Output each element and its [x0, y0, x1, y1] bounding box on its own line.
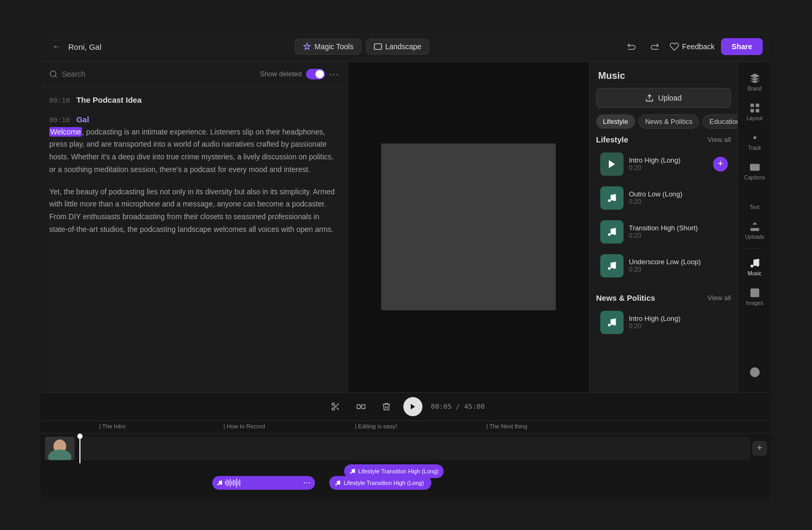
tab-news-politics[interactable]: News & Politics [638, 114, 700, 129]
music-info-3: Transition High (Short) 0:20 [629, 224, 727, 239]
music-info-news-1: Intro High (Long) 0:20 [629, 315, 727, 330]
svg-point-1 [50, 71, 56, 77]
play-pause-button[interactable] [403, 397, 422, 416]
music-item-4[interactable]: Underscore Low (Loop) 0:20 [596, 251, 731, 281]
split-tool-button[interactable] [353, 398, 369, 415]
sidebar-item-text[interactable]: Text [741, 187, 769, 214]
music-note-icon-3 [607, 227, 617, 237]
landscape-button[interactable]: Landscape [366, 39, 430, 55]
tab-education[interactable]: Education [702, 114, 737, 129]
upload-label: Upload [658, 94, 681, 102]
add-music-button-1[interactable]: + [713, 157, 728, 172]
thumbnail-svg [45, 437, 75, 460]
music-note-small-icon [349, 468, 356, 474]
timestamp-1: 00:10 [49, 96, 70, 104]
text-label: Text [750, 204, 759, 210]
playback-bar: 00:05 / 45:00 [41, 393, 771, 421]
feedback-label: Feedback [682, 42, 715, 51]
music-item-news-1[interactable]: Intro High (Long) 0:20 [596, 308, 731, 337]
music-duration-3: 0:20 [629, 232, 727, 239]
music-overlay-row: Lifestyle Transition High (Long) [41, 463, 771, 491]
svg-point-19 [608, 267, 611, 270]
video-content [381, 143, 556, 310]
captions-icon [749, 161, 761, 173]
music-track-overlay-2[interactable]: Lifestyle Transition High (Long) [329, 476, 431, 490]
cut-tool-button[interactable] [327, 398, 344, 415]
svg-point-30 [750, 264, 753, 267]
sidebar-item-help[interactable] [741, 358, 769, 386]
sidebar-item-layout[interactable]: Layout [741, 98, 769, 125]
redo-button[interactable] [646, 38, 663, 55]
tab-lifestyle[interactable]: Lifestyle [596, 114, 635, 129]
music-track-waveform[interactable]: ⋯ [212, 476, 314, 490]
sidebar-item-music[interactable]: Music [741, 253, 769, 281]
music-thumb-1 [600, 152, 624, 176]
main-track-row: // Generate waveform bars via SVG rects [41, 434, 771, 463]
delete-tool-button[interactable] [378, 398, 395, 415]
news-view-all[interactable]: View all [707, 294, 731, 302]
sidebar-item-brand[interactable]: Brand [741, 68, 769, 96]
svg-rect-48 [81, 437, 750, 460]
svg-rect-24 [755, 103, 759, 106]
sidebar-item-uploads[interactable]: Uploads [741, 217, 769, 244]
svg-point-51 [218, 483, 219, 485]
feedback-button[interactable]: Feedback [670, 42, 715, 51]
music-info-2: Outro Low (Long) 0:20 [629, 190, 727, 205]
lifestyle-view-all[interactable]: View all [707, 136, 731, 143]
timeline-area: | The Intro | How to Record | Editing is… [41, 421, 771, 498]
search-input[interactable] [62, 70, 256, 78]
music-panel-title: Music [590, 62, 737, 88]
music-name-3: Transition High (Short) [629, 224, 727, 232]
news-title: News & Politics [596, 293, 655, 302]
timestamp-2: 00:10 [49, 116, 70, 124]
svg-rect-25 [755, 109, 759, 112]
svg-rect-28 [750, 164, 759, 170]
svg-point-22 [613, 322, 616, 325]
upload-icon [645, 94, 654, 102]
playhead [79, 434, 80, 463]
more-options-button[interactable]: ⋯ [329, 68, 339, 80]
svg-rect-42 [362, 405, 365, 409]
layout-label: Layout [746, 115, 762, 121]
music-thumb-news-1 [600, 311, 624, 334]
sidebar-item-captions[interactable]: Captions [741, 157, 769, 185]
playhead-marker [77, 434, 83, 439]
music-name-news-1: Intro High (Long) [629, 315, 727, 322]
music-thumb-4 [600, 254, 624, 277]
uploads-icon [749, 221, 761, 232]
transcript-text-2: Yet, the beauty of podcasting lies not o… [49, 186, 339, 236]
icon-divider [746, 248, 763, 249]
highlighted-word: Welcome [49, 127, 82, 137]
speaker-name: Gal [76, 115, 89, 124]
speaker-row: 00:10 Gal [49, 115, 339, 124]
add-track-button[interactable]: + [752, 441, 767, 456]
svg-point-50 [353, 471, 355, 473]
transcript-section-1: 00:10 The Podcast Idea [49, 95, 339, 104]
landscape-label: Landscape [385, 42, 422, 51]
sidebar-item-track[interactable]: Track [741, 128, 769, 155]
back-button[interactable]: ← [49, 39, 64, 54]
lifestyle-section-header: Lifestyle View all [596, 135, 731, 144]
share-button[interactable]: Share [721, 38, 763, 55]
undo-button[interactable] [623, 38, 640, 55]
svg-point-17 [608, 233, 611, 236]
music-duration-2: 0:20 [629, 198, 727, 205]
upload-button[interactable]: Upload [596, 88, 731, 108]
svg-point-27 [753, 136, 756, 139]
waveform-track[interactable]: // Generate waveform bars via SVG rects [81, 437, 750, 460]
show-deleted-toggle[interactable] [306, 69, 325, 79]
magic-tools-button[interactable]: Magic Tools [295, 39, 362, 55]
music-duration-news-1: 0:20 [629, 322, 727, 330]
bottom-controls: 00:05 / 45:00 | The Intro | How to Recor… [41, 392, 771, 498]
svg-point-49 [350, 472, 351, 473]
images-icon [749, 287, 761, 299]
brand-label: Brand [747, 86, 762, 92]
music-item-2[interactable]: Outro Low (Long) 0:20 [596, 183, 731, 213]
captions-label: Captions [744, 175, 765, 181]
music-thumb-3 [600, 220, 624, 244]
lifestyle-title: Lifestyle [596, 135, 628, 144]
music-item-1[interactable]: Intro High (Long) 0:20 + [596, 149, 731, 179]
music-item-3[interactable]: Transition High (Short) 0:20 [596, 217, 731, 247]
transcript-area: 00:10 The Podcast Idea 00:10 Gal Welcome… [41, 87, 347, 392]
sidebar-item-images[interactable]: Images [741, 283, 769, 310]
